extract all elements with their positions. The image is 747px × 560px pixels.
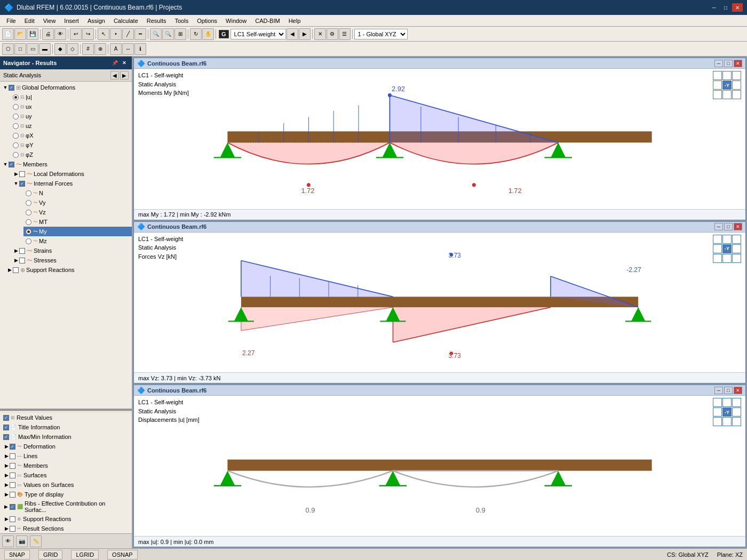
tree-item-phiy[interactable]: ⊟ φY: [11, 140, 132, 150]
print-button[interactable]: 🖨: [42, 28, 54, 40]
tree-item-strains[interactable]: ▶ 〜 Strains: [11, 246, 132, 255]
undo-button[interactable]: ↩: [70, 28, 82, 40]
prev-lc-button[interactable]: ◀: [287, 28, 298, 40]
redo-button[interactable]: ↪: [82, 28, 94, 40]
radio-u-total[interactable]: [13, 94, 19, 100]
tree-item-u-total[interactable]: ⊟ |u|: [11, 92, 132, 102]
status-grid[interactable]: GRID: [38, 550, 63, 559]
radio-phiy[interactable]: [13, 142, 19, 148]
zoom-all-button[interactable]: ⊞: [174, 28, 186, 40]
cb-sr-b[interactable]: [10, 516, 15, 522]
pan-button[interactable]: ✋: [202, 28, 214, 40]
status-lgrid[interactable]: LGRID: [71, 550, 99, 559]
cb-rs[interactable]: [10, 526, 15, 532]
tree-item-Vz[interactable]: 〜 Vz: [23, 207, 132, 217]
cb-lines[interactable]: [10, 453, 15, 459]
cb-title-info[interactable]: ✓: [3, 425, 9, 430]
select-button[interactable]: ↖: [98, 28, 109, 40]
radio-uy[interactable]: [13, 114, 19, 119]
print-preview-button[interactable]: 👁: [54, 28, 66, 40]
tree-item-phiz[interactable]: ⊟ φZ: [11, 150, 132, 159]
radio-phix[interactable]: [13, 133, 19, 139]
tree-item-MT[interactable]: 〜 MT: [23, 217, 132, 227]
side-view-button[interactable]: ▭: [27, 43, 38, 55]
save-button[interactable]: 💾: [27, 28, 38, 40]
nav-pin-button[interactable]: 📌: [110, 59, 119, 67]
cb-ribs[interactable]: ✓: [10, 504, 15, 510]
radio-ux[interactable]: [13, 104, 19, 110]
tree-item-Mz[interactable]: 〜 Mz: [23, 236, 132, 246]
tree-item-members[interactable]: ▼ ✓ 〜 Members: [0, 159, 132, 169]
iso-view-button[interactable]: ⬡: [2, 43, 14, 55]
panel1-maximize-button[interactable]: □: [724, 60, 733, 67]
tree-item-internal-forces[interactable]: ▼ ✓ 〜 Internal Forces: [11, 179, 132, 188]
zoom-in-button[interactable]: 🔍: [150, 28, 162, 40]
tree-item-uz[interactable]: ⊟ uz: [11, 121, 132, 131]
radio-Vz[interactable]: [26, 210, 31, 215]
table-button[interactable]: ☰: [339, 28, 351, 40]
measure-button[interactable]: ↔: [122, 43, 134, 55]
nav-deformation[interactable]: ▶ ✓ 〜 Deformation: [0, 442, 132, 451]
nav-result-sections[interactable]: ▶ ✂ Result Sections: [0, 524, 132, 533]
cb-result-values[interactable]: ✓: [3, 415, 9, 421]
cb-vos[interactable]: [10, 482, 15, 488]
cb-tod[interactable]: [10, 492, 15, 498]
radio-N[interactable]: [26, 190, 31, 196]
panel2-minimize-button[interactable]: ─: [714, 223, 723, 230]
radio-Vy[interactable]: [26, 200, 31, 206]
panel3-close-button[interactable]: ✕: [734, 387, 742, 394]
status-snap[interactable]: SNAP: [4, 550, 30, 559]
render-button[interactable]: ◆: [54, 43, 66, 55]
nav-maxmin-info[interactable]: ✓ 📄 Max/Min Information: [0, 432, 132, 442]
tree-item-phix[interactable]: ⊟ φX: [11, 131, 132, 140]
zoom-out-button[interactable]: 🔍: [162, 28, 174, 40]
nav-support-reactions-b[interactable]: ▶ ⊕ Support Reactions: [0, 514, 132, 524]
menu-results[interactable]: Results: [142, 17, 171, 25]
nav-result-values[interactable]: ✓ ⊞ Result Values: [0, 413, 132, 422]
menu-calculate[interactable]: Calculate: [109, 17, 142, 25]
checkbox-members[interactable]: ✓: [9, 162, 14, 167]
radio-MT[interactable]: [26, 219, 31, 225]
tree-item-ux[interactable]: ⊟ ux: [11, 102, 132, 111]
nav-close-button[interactable]: ✕: [120, 59, 129, 67]
cb-members-b[interactable]: [10, 463, 15, 469]
menu-view[interactable]: View: [39, 17, 60, 25]
checkbox-local-def[interactable]: [19, 171, 25, 177]
nav-members-b[interactable]: ▶ 〜 Members: [0, 461, 132, 470]
nav-values-on-surfaces[interactable]: ▶ ▭ Values on Surfaces: [0, 480, 132, 490]
minimize-button[interactable]: ─: [709, 3, 719, 12]
nav-title-info[interactable]: ✓ 📄 Title Information: [0, 422, 132, 432]
results-button[interactable]: ✕: [314, 28, 326, 40]
nav-lines[interactable]: ▶ — Lines: [0, 451, 132, 461]
cb-surfaces[interactable]: [10, 473, 15, 478]
tree-item-local-def[interactable]: ▶ 〜 Local Deformations: [11, 169, 132, 179]
checkbox-stresses[interactable]: [19, 258, 25, 263]
menu-window[interactable]: Window: [221, 17, 251, 25]
front-view-button[interactable]: □: [14, 43, 26, 55]
node-button[interactable]: •: [110, 28, 122, 40]
snap-button[interactable]: ⊕: [94, 43, 106, 55]
radio-phiz[interactable]: [13, 152, 19, 158]
tree-item-uy[interactable]: ⊟ uy: [11, 111, 132, 121]
wireframe-button[interactable]: ◇: [67, 43, 78, 55]
menu-assign[interactable]: Assign: [83, 17, 109, 25]
nav-type-of-display[interactable]: ▶ 🎨 Type of display: [0, 490, 132, 499]
next-lc-button[interactable]: ▶: [299, 28, 311, 40]
checkbox-internal-forces[interactable]: ✓: [19, 181, 25, 187]
radio-uz[interactable]: [13, 123, 19, 129]
annotate-button[interactable]: A: [110, 43, 122, 55]
menu-tools[interactable]: Tools: [170, 17, 193, 25]
menu-help[interactable]: Help: [284, 17, 305, 25]
close-button[interactable]: ✕: [732, 3, 743, 12]
nav-surfaces[interactable]: ▶ ▭ Surfaces: [0, 470, 132, 480]
panel2-close-button[interactable]: ✕: [734, 223, 742, 230]
maximize-button[interactable]: □: [720, 3, 731, 12]
nav-ribs[interactable]: ▶ ✓ 🟩 Ribs - Effective Contribution on S…: [0, 499, 132, 514]
status-osnap[interactable]: OSNAP: [107, 550, 138, 559]
panel3-minimize-button[interactable]: ─: [714, 387, 723, 394]
checkbox-strains[interactable]: [19, 248, 25, 254]
radio-Mz[interactable]: [26, 238, 31, 244]
panel1-minimize-button[interactable]: ─: [714, 60, 723, 67]
checkbox-support-reactions[interactable]: [13, 267, 19, 273]
info-button[interactable]: ℹ: [134, 43, 146, 55]
